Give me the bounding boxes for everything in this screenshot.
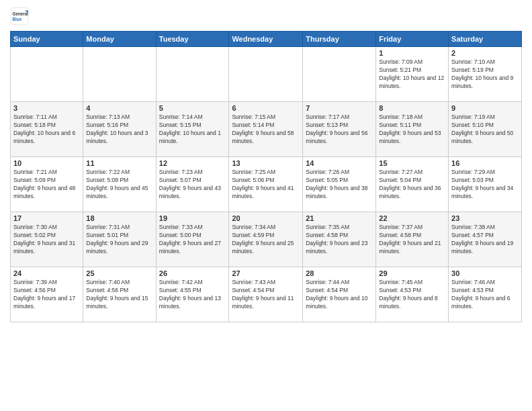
day-number: 21 — [306, 214, 373, 222]
day-info: Sunrise: 7:46 AM Sunset: 4:53 PM Dayligh… — [451, 279, 519, 311]
day-number: 8 — [379, 104, 445, 112]
day-number: 16 — [451, 159, 519, 167]
day-cell: 7Sunrise: 7:17 AM Sunset: 5:13 PM Daylig… — [303, 102, 376, 157]
day-cell — [156, 47, 229, 102]
day-cell: 9Sunrise: 7:19 AM Sunset: 5:10 PM Daylig… — [449, 102, 522, 157]
day-info: Sunrise: 7:15 AM Sunset: 5:14 PM Dayligh… — [232, 113, 300, 146]
day-cell: 14Sunrise: 7:26 AM Sunset: 5:05 PM Dayli… — [303, 157, 376, 212]
day-cell: 11Sunrise: 7:22 AM Sunset: 5:08 PM Dayli… — [83, 157, 156, 212]
day-info: Sunrise: 7:43 AM Sunset: 4:54 PM Dayligh… — [232, 279, 300, 311]
day-number: 15 — [379, 159, 445, 167]
week-row-1: 1Sunrise: 7:09 AM Sunset: 5:21 PM Daylig… — [11, 47, 522, 102]
day-cell: 22Sunrise: 7:37 AM Sunset: 4:58 PM Dayli… — [376, 212, 449, 267]
logo-icon: General Blue — [10, 7, 29, 26]
day-cell: 4Sunrise: 7:13 AM Sunset: 5:16 PM Daylig… — [83, 102, 156, 157]
day-number: 18 — [86, 214, 152, 222]
day-info: Sunrise: 7:44 AM Sunset: 4:54 PM Dayligh… — [306, 279, 373, 311]
day-number: 11 — [86, 159, 152, 167]
day-number: 25 — [86, 269, 152, 277]
day-cell: 17Sunrise: 7:30 AM Sunset: 5:02 PM Dayli… — [11, 212, 83, 267]
col-header-wednesday: Wednesday — [229, 32, 303, 47]
day-number: 6 — [232, 104, 300, 112]
day-cell: 3Sunrise: 7:11 AM Sunset: 5:18 PM Daylig… — [11, 102, 83, 157]
day-cell: 10Sunrise: 7:21 AM Sunset: 5:09 PM Dayli… — [11, 157, 83, 212]
day-cell: 28Sunrise: 7:44 AM Sunset: 4:54 PM Dayli… — [303, 267, 376, 322]
day-cell — [229, 47, 303, 102]
day-cell: 19Sunrise: 7:33 AM Sunset: 5:00 PM Dayli… — [156, 212, 229, 267]
col-header-thursday: Thursday — [303, 32, 376, 47]
day-info: Sunrise: 7:26 AM Sunset: 5:05 PM Dayligh… — [306, 169, 373, 201]
col-header-monday: Monday — [83, 32, 156, 47]
day-number: 3 — [13, 104, 80, 112]
svg-rect-0 — [11, 7, 28, 24]
week-row-2: 3Sunrise: 7:11 AM Sunset: 5:18 PM Daylig… — [11, 102, 522, 157]
day-cell: 21Sunrise: 7:35 AM Sunset: 4:58 PM Dayli… — [303, 212, 376, 267]
svg-text:General: General — [13, 11, 29, 16]
day-cell: 26Sunrise: 7:42 AM Sunset: 4:55 PM Dayli… — [156, 267, 229, 322]
day-cell: 13Sunrise: 7:25 AM Sunset: 5:06 PM Dayli… — [229, 157, 303, 212]
day-number: 20 — [232, 214, 300, 222]
day-cell: 30Sunrise: 7:46 AM Sunset: 4:53 PM Dayli… — [449, 267, 522, 322]
day-cell: 6Sunrise: 7:15 AM Sunset: 5:14 PM Daylig… — [229, 102, 303, 157]
day-info: Sunrise: 7:23 AM Sunset: 5:07 PM Dayligh… — [159, 169, 226, 201]
day-info: Sunrise: 7:45 AM Sunset: 4:53 PM Dayligh… — [379, 279, 445, 311]
day-number: 22 — [379, 214, 445, 222]
day-number: 9 — [451, 104, 519, 112]
day-number: 1 — [379, 49, 445, 57]
day-cell: 24Sunrise: 7:39 AM Sunset: 4:56 PM Dayli… — [11, 267, 83, 322]
day-info: Sunrise: 7:35 AM Sunset: 4:58 PM Dayligh… — [306, 224, 373, 256]
day-info: Sunrise: 7:10 AM Sunset: 5:19 PM Dayligh… — [451, 58, 519, 91]
day-info: Sunrise: 7:22 AM Sunset: 5:08 PM Dayligh… — [86, 169, 152, 201]
day-number: 24 — [13, 269, 80, 277]
day-cell: 18Sunrise: 7:31 AM Sunset: 5:01 PM Dayli… — [83, 212, 156, 267]
day-info: Sunrise: 7:42 AM Sunset: 4:55 PM Dayligh… — [159, 279, 226, 311]
day-number: 19 — [159, 214, 226, 222]
day-info: Sunrise: 7:29 AM Sunset: 5:03 PM Dayligh… — [451, 169, 519, 201]
day-cell: 23Sunrise: 7:38 AM Sunset: 4:57 PM Dayli… — [449, 212, 522, 267]
header: General Blue — [10, 7, 522, 26]
day-info: Sunrise: 7:40 AM Sunset: 4:56 PM Dayligh… — [86, 279, 152, 311]
header-row: SundayMondayTuesdayWednesdayThursdayFrid… — [11, 32, 522, 47]
calendar: SundayMondayTuesdayWednesdayThursdayFrid… — [10, 31, 522, 322]
day-info: Sunrise: 7:17 AM Sunset: 5:13 PM Dayligh… — [306, 113, 373, 146]
day-number: 17 — [13, 214, 80, 222]
week-row-3: 10Sunrise: 7:21 AM Sunset: 5:09 PM Dayli… — [11, 157, 522, 212]
svg-text:Blue: Blue — [13, 17, 22, 21]
day-number: 13 — [232, 159, 300, 167]
day-cell: 25Sunrise: 7:40 AM Sunset: 4:56 PM Dayli… — [83, 267, 156, 322]
week-row-4: 17Sunrise: 7:30 AM Sunset: 5:02 PM Dayli… — [11, 212, 522, 267]
col-header-sunday: Sunday — [11, 32, 83, 47]
day-info: Sunrise: 7:13 AM Sunset: 5:16 PM Dayligh… — [86, 113, 152, 146]
col-header-tuesday: Tuesday — [156, 32, 229, 47]
day-cell — [11, 47, 83, 102]
day-info: Sunrise: 7:18 AM Sunset: 5:11 PM Dayligh… — [379, 113, 445, 146]
day-info: Sunrise: 7:25 AM Sunset: 5:06 PM Dayligh… — [232, 169, 300, 201]
day-cell: 27Sunrise: 7:43 AM Sunset: 4:54 PM Dayli… — [229, 267, 303, 322]
day-number: 4 — [86, 104, 152, 112]
day-cell: 2Sunrise: 7:10 AM Sunset: 5:19 PM Daylig… — [449, 47, 522, 102]
day-number: 30 — [451, 269, 519, 277]
day-number: 23 — [451, 214, 519, 222]
day-cell: 1Sunrise: 7:09 AM Sunset: 5:21 PM Daylig… — [376, 47, 449, 102]
day-number: 10 — [13, 159, 80, 167]
day-number: 29 — [379, 269, 445, 277]
day-info: Sunrise: 7:39 AM Sunset: 4:56 PM Dayligh… — [13, 279, 80, 311]
day-cell — [303, 47, 376, 102]
day-cell: 29Sunrise: 7:45 AM Sunset: 4:53 PM Dayli… — [376, 267, 449, 322]
day-info: Sunrise: 7:11 AM Sunset: 5:18 PM Dayligh… — [13, 113, 80, 146]
day-info: Sunrise: 7:34 AM Sunset: 4:59 PM Dayligh… — [232, 224, 300, 256]
day-info: Sunrise: 7:09 AM Sunset: 5:21 PM Dayligh… — [379, 58, 445, 91]
day-info: Sunrise: 7:14 AM Sunset: 5:15 PM Dayligh… — [159, 113, 226, 146]
day-cell: 5Sunrise: 7:14 AM Sunset: 5:15 PM Daylig… — [156, 102, 229, 157]
day-cell: 16Sunrise: 7:29 AM Sunset: 5:03 PM Dayli… — [449, 157, 522, 212]
day-info: Sunrise: 7:27 AM Sunset: 5:04 PM Dayligh… — [379, 169, 445, 201]
day-cell: 15Sunrise: 7:27 AM Sunset: 5:04 PM Dayli… — [376, 157, 449, 212]
day-number: 14 — [306, 159, 373, 167]
day-number: 27 — [232, 269, 300, 277]
day-info: Sunrise: 7:21 AM Sunset: 5:09 PM Dayligh… — [13, 169, 80, 201]
day-cell: 20Sunrise: 7:34 AM Sunset: 4:59 PM Dayli… — [229, 212, 303, 267]
day-info: Sunrise: 7:37 AM Sunset: 4:58 PM Dayligh… — [379, 224, 445, 256]
day-cell: 8Sunrise: 7:18 AM Sunset: 5:11 PM Daylig… — [376, 102, 449, 157]
day-info: Sunrise: 7:38 AM Sunset: 4:57 PM Dayligh… — [451, 224, 519, 256]
day-info: Sunrise: 7:30 AM Sunset: 5:02 PM Dayligh… — [13, 224, 80, 256]
